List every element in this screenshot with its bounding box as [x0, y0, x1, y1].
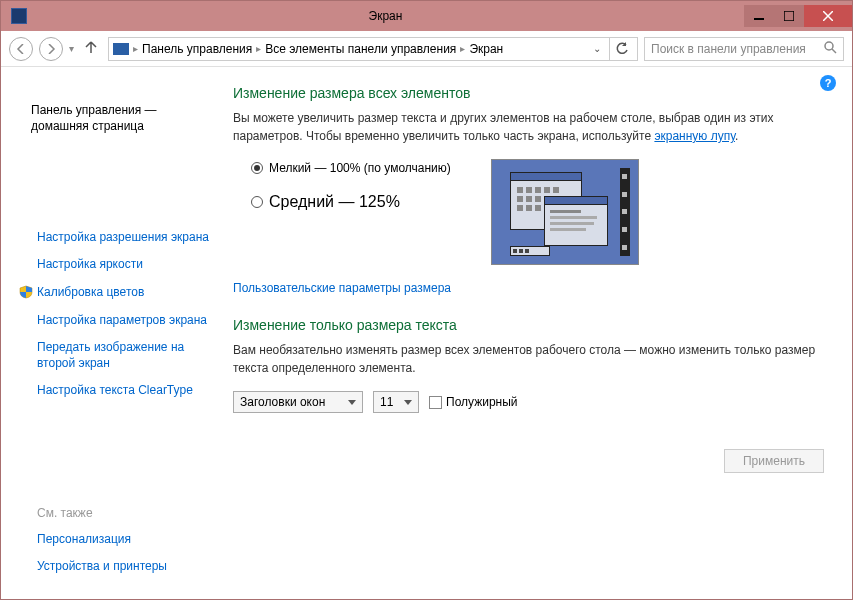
- sidebar-link-devices[interactable]: Устройства и принтеры: [19, 553, 213, 581]
- svg-line-5: [832, 49, 836, 53]
- description-1: Вы можете увеличить размер текста и друг…: [233, 109, 824, 145]
- content: ? Панель управления — домашняя страница …: [1, 67, 852, 599]
- arrow-left-icon: [16, 44, 26, 54]
- sidebar-home[interactable]: Панель управления — домашняя страница: [19, 85, 213, 216]
- minimize-icon: [754, 11, 764, 21]
- magnifier-link[interactable]: экранную лупу: [654, 129, 735, 143]
- chevron-right-icon: ▸: [133, 43, 138, 54]
- sidebar-link-personalization[interactable]: Персонализация: [19, 526, 213, 554]
- custom-size-link[interactable]: Пользовательские параметры размера: [233, 281, 824, 295]
- navbar: ▾ ▸ Панель управления ▸ Все элементы пан…: [1, 31, 852, 67]
- sidebar-link-cleartype[interactable]: Настройка текста ClearType: [19, 377, 213, 405]
- refresh-icon: [615, 42, 629, 56]
- forward-button[interactable]: [39, 37, 63, 61]
- sidebar: Панель управления — домашняя страница На…: [1, 67, 221, 599]
- refresh-button[interactable]: [609, 37, 633, 61]
- control-panel-icon: [113, 43, 129, 55]
- arrow-right-icon: [46, 44, 56, 54]
- sidebar-link-calibration[interactable]: Калибровка цветов: [19, 279, 213, 307]
- svg-rect-1: [784, 11, 794, 21]
- maximize-button[interactable]: [774, 5, 804, 27]
- search-input[interactable]: Поиск в панели управления: [644, 37, 844, 61]
- minimize-button[interactable]: [744, 5, 774, 27]
- element-select[interactable]: Заголовки окон: [233, 391, 363, 413]
- breadcrumb-dropdown[interactable]: ⌄: [589, 43, 605, 54]
- up-button[interactable]: [80, 40, 102, 57]
- history-dropdown-icon[interactable]: ▾: [69, 43, 74, 54]
- heading-resize-all: Изменение размера всех элементов: [233, 85, 824, 101]
- radio-input[interactable]: [251, 196, 263, 208]
- see-also-heading: См. также: [19, 500, 213, 526]
- text-size-controls: Заголовки окон 11 Полужирный: [233, 391, 824, 413]
- sidebar-link-params[interactable]: Настройка параметров экрана: [19, 307, 213, 335]
- search-placeholder: Поиск в панели управления: [651, 42, 806, 56]
- radio-label: Мелкий — 100% (по умолчанию): [269, 161, 451, 175]
- titlebar[interactable]: Экран: [1, 1, 852, 31]
- search-icon: [823, 40, 837, 57]
- svg-rect-0: [754, 18, 764, 20]
- font-size-select[interactable]: 11: [373, 391, 419, 413]
- window-title: Экран: [27, 9, 744, 23]
- sidebar-link-project[interactable]: Передать изображение на второй экран: [19, 334, 213, 377]
- main-panel: Изменение размера всех элементов Вы може…: [221, 67, 852, 599]
- breadcrumb-item[interactable]: Все элементы панели управления: [265, 42, 456, 56]
- apply-button[interactable]: Применить: [724, 449, 824, 473]
- breadcrumb[interactable]: ▸ Панель управления ▸ Все элементы панел…: [108, 37, 638, 61]
- radio-medium[interactable]: Средний — 125%: [251, 193, 451, 211]
- description-2: Вам необязательно изменять размер всех э…: [233, 341, 824, 377]
- app-icon: [11, 8, 27, 24]
- window: Экран ▾ ▸ Панель управления ▸: [0, 0, 853, 600]
- chevron-right-icon: ▸: [256, 43, 261, 54]
- bold-checkbox-row[interactable]: Полужирный: [429, 395, 518, 409]
- chevron-right-icon: ▸: [460, 43, 465, 54]
- sidebar-link-resolution[interactable]: Настройка разрешения экрана: [19, 224, 213, 252]
- radio-label: Средний — 125%: [269, 193, 400, 211]
- bold-checkbox[interactable]: [429, 396, 442, 409]
- bold-label: Полужирный: [446, 395, 518, 409]
- preview-image: [491, 159, 639, 265]
- shield-icon: [19, 285, 33, 299]
- arrow-up-icon: [84, 40, 98, 54]
- radio-input[interactable]: [251, 162, 263, 174]
- size-radio-group: Мелкий — 100% (по умолчанию) Средний — 1…: [233, 159, 451, 229]
- radio-small[interactable]: Мелкий — 100% (по умолчанию): [251, 161, 451, 175]
- back-button[interactable]: [9, 37, 33, 61]
- close-button[interactable]: [804, 5, 852, 27]
- window-controls: [744, 5, 852, 27]
- close-icon: [823, 11, 833, 21]
- svg-point-4: [825, 42, 833, 50]
- maximize-icon: [784, 11, 794, 21]
- help-icon[interactable]: ?: [820, 75, 836, 91]
- breadcrumb-item[interactable]: Панель управления: [142, 42, 252, 56]
- breadcrumb-item[interactable]: Экран: [469, 42, 503, 56]
- heading-text-only: Изменение только размера текста: [233, 317, 824, 333]
- sidebar-link-brightness[interactable]: Настройка яркости: [19, 251, 213, 279]
